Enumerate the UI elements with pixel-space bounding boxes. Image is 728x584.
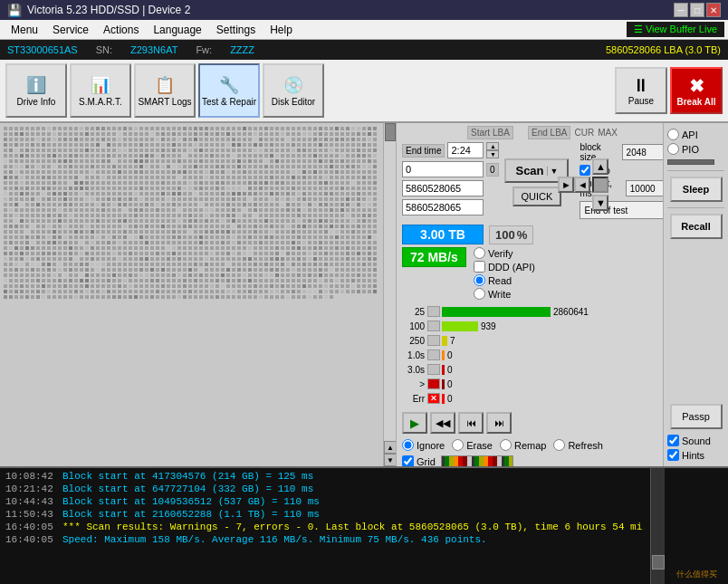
ddd-api-checkbox-label[interactable]: DDD (API) <box>474 261 535 273</box>
scroll-arrow-up[interactable]: ▲ <box>384 441 396 454</box>
drive-sn-label: SN: <box>96 44 112 55</box>
mode-radio-group: Verify DDD (API) Read Write <box>474 247 535 300</box>
test-repair-icon: 🔧 <box>219 75 239 95</box>
dir-center[interactable] <box>592 177 608 193</box>
refresh-radio[interactable] <box>553 439 565 451</box>
dir-up[interactable]: ▲ <box>592 158 608 175</box>
remap-radio[interactable] <box>500 439 512 451</box>
passp-button[interactable]: Passp <box>670 404 723 429</box>
ignore-radio[interactable] <box>402 439 414 451</box>
transport-row: ▶ ◀◀ ⏮ ⏭ <box>397 409 663 436</box>
hist-label-250: 250 <box>402 336 427 346</box>
logo-text: 什么值得买 <box>676 569 717 580</box>
back-button[interactable]: ◀◀ <box>430 412 455 434</box>
ignore-radio-label[interactable]: Ignore <box>402 439 445 451</box>
sound-checkbox[interactable] <box>667 435 679 446</box>
break-all-button[interactable]: ✖ Break All <box>670 67 723 114</box>
sleep-button[interactable]: Sleep <box>670 177 723 202</box>
log-time-3: 11:50:43 <box>5 509 55 520</box>
startlba-input[interactable] <box>402 161 484 177</box>
grid-checkbox[interactable] <box>402 455 414 466</box>
menu-item-language[interactable]: Language <box>146 22 208 38</box>
sound-checkbox-label[interactable]: Sound <box>667 435 724 446</box>
pio-bar <box>667 159 714 165</box>
api-radio[interactable] <box>667 129 679 140</box>
refresh-radio-label[interactable]: Refresh <box>553 439 603 451</box>
hist-bar-3s <box>442 365 445 375</box>
hints-checkbox-label[interactable]: Hints <box>667 449 724 461</box>
sidebar-divider2 <box>667 207 724 208</box>
verify-radio[interactable] <box>474 247 485 259</box>
hist-bar-100 <box>442 321 478 331</box>
erase-radio[interactable] <box>452 439 464 451</box>
blocksize-select[interactable]: 20485124096 <box>622 144 663 160</box>
smart-icon: 📊 <box>91 75 110 95</box>
remap-radio-label[interactable]: Remap <box>500 439 546 451</box>
api-radio-label[interactable]: API <box>667 129 724 140</box>
endtime-spinner[interactable]: ▲ ▼ <box>486 142 499 158</box>
timeout-select[interactable]: 10000500030000 <box>626 180 663 196</box>
pio-radio-label[interactable]: PIO <box>667 143 724 155</box>
smart-logs-button[interactable]: 📋 SMART Logs <box>134 63 196 118</box>
menu-item-help[interactable]: Help <box>263 22 300 38</box>
read-radio[interactable] <box>474 274 485 286</box>
scan-dropdown-arrow[interactable]: ▼ <box>547 167 559 176</box>
scan-btn-area: Scan ▼ QUICK <box>504 142 569 206</box>
prev-button[interactable]: ⏮ <box>458 412 484 434</box>
hist-bar-250 <box>442 336 447 346</box>
ddd-api-checkbox[interactable] <box>474 261 485 273</box>
scroll-arrow-down[interactable]: ▼ <box>384 454 396 466</box>
dir-left[interactable]: ◄ <box>574 177 590 193</box>
drive-info-button[interactable]: ℹ️ Drive Info <box>5 63 67 118</box>
api-pio-group: API PIO <box>667 129 724 165</box>
recall-button[interactable]: Recall <box>670 214 723 239</box>
grid-preview <box>441 455 513 466</box>
view-buffer-btn[interactable]: ☰ View Buffer Live <box>627 22 724 37</box>
menu-item-settings[interactable]: Settings <box>209 22 263 38</box>
drive-model: ST33000651AS <box>7 44 78 55</box>
disk-editor-button[interactable]: 💿 Disk Editor <box>263 63 324 118</box>
hist-count-3s: 0 <box>447 365 453 375</box>
verify-radio-label[interactable]: Verify <box>474 247 535 259</box>
dir-down[interactable]: ▼ <box>592 195 608 211</box>
next-button[interactable]: ⏭ <box>486 412 512 434</box>
write-radio-label[interactable]: Write <box>474 288 535 300</box>
hints-checkbox[interactable] <box>667 449 679 461</box>
scroll-thumb[interactable] <box>385 123 396 141</box>
endtime-input[interactable] <box>447 142 484 158</box>
log-entry-3: 11:50:43 Block start at 2160652288 (1.1 … <box>5 509 645 520</box>
menubar: Menu Service Actions Language Settings H… <box>0 20 728 40</box>
menu-item-actions[interactable]: Actions <box>96 22 146 38</box>
log-text-3: Block start at 2160652288 (1.1 TB) = 110… <box>62 509 320 520</box>
hist-bar-gt <box>442 379 445 389</box>
quick-button[interactable]: QUICK <box>512 187 562 206</box>
drive-fw: ZZZZ <box>230 44 254 55</box>
hist-row-1s: 1.0s 0 <box>402 349 657 361</box>
hist-label-25: 25 <box>402 307 427 317</box>
test-repair-button[interactable]: 🔧 Test & Repair <box>198 63 260 118</box>
dir-right[interactable]: ► <box>558 177 574 193</box>
play-button[interactable]: ▶ <box>402 412 427 434</box>
log-scrollbar[interactable] <box>650 468 665 584</box>
scan-visualization <box>0 123 383 466</box>
smart-button[interactable]: 📊 S.M.A.R.T. <box>70 63 131 118</box>
endlba-input2[interactable] <box>402 199 484 215</box>
write-radio[interactable] <box>474 288 485 300</box>
grid-checkbox-label[interactable]: Grid <box>402 455 436 466</box>
speed-display-row: 3.00 TB 100 % <box>397 222 663 247</box>
endlba-row2 <box>402 199 499 215</box>
endlba-row1 <box>402 180 499 196</box>
pio-radio[interactable] <box>667 143 679 155</box>
read-radio-label[interactable]: Read <box>474 274 535 286</box>
endlba-input1[interactable] <box>402 180 484 196</box>
close-button[interactable]: ✕ <box>706 3 721 17</box>
auto-checkbox[interactable] <box>580 165 590 176</box>
menu-item-service[interactable]: Service <box>45 22 96 38</box>
minimize-button[interactable]: ─ <box>674 3 688 17</box>
pause-button[interactable]: ⏸ Pause <box>615 67 667 114</box>
maximize-button[interactable]: □ <box>690 3 704 17</box>
log-scroll-thumb[interactable] <box>652 555 665 570</box>
menu-item-menu[interactable]: Menu <box>4 22 45 38</box>
erase-radio-label[interactable]: Erase <box>452 439 493 451</box>
scan-scrollbar[interactable]: ▲ ▼ <box>383 123 396 466</box>
